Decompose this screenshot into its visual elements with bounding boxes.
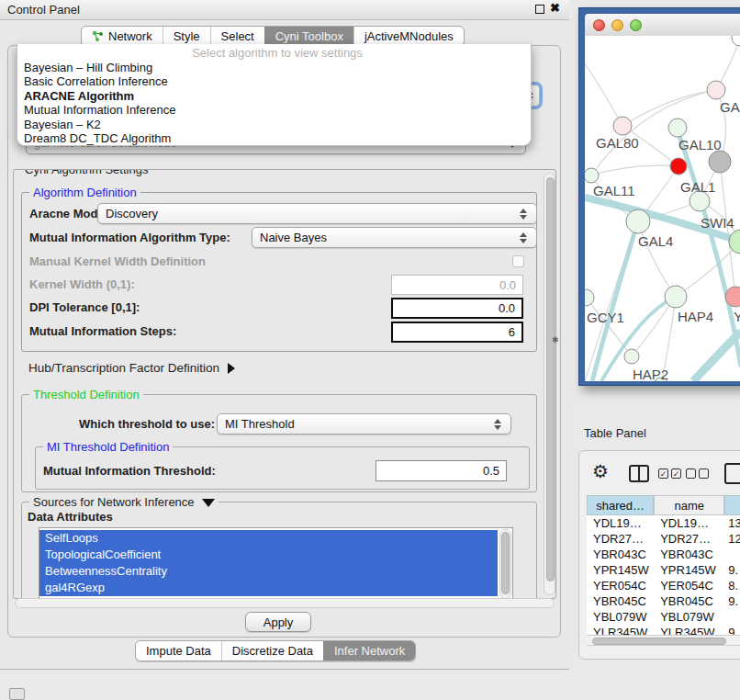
network-window: GAL GAL80 GAL10 GAL11 GAL1 SWI4 GAL4 GCY…: [578, 7, 740, 386]
disclosure-right-icon: [228, 363, 235, 374]
gear-icon[interactable]: ⚙: [592, 462, 609, 480]
hub-definition-disclosure[interactable]: Hub/Transcription Factor Definition: [28, 361, 235, 375]
table-horizontal-scrollbar[interactable]: [587, 635, 740, 646]
tab-infer-network[interactable]: Infer Network: [323, 641, 415, 660]
tab-network[interactable]: Network: [82, 27, 163, 46]
node-gal11[interactable]: [585, 168, 599, 183]
list-item[interactable]: TopologicalCoefficient: [39, 547, 498, 563]
tab-discretize-data[interactable]: Discretize Data: [221, 641, 323, 660]
disclosure-down-icon[interactable]: [202, 499, 215, 507]
network-icon: [92, 30, 104, 42]
node-hap2[interactable]: [624, 349, 639, 364]
mi-threshold-field[interactable]: 0.5: [376, 460, 507, 481]
panel-title: Control Panel: [7, 3, 80, 17]
table-body: YDL19… YDL19… 13 YDR27… YDR27… 12 YBR043…: [587, 515, 740, 646]
which-threshold-label: Which threshold to use:: [79, 417, 215, 431]
column-header-shared-name[interactable]: shared…: [587, 495, 654, 515]
list-item[interactable]: SelfLoops: [39, 530, 498, 547]
dropdown-item-selected[interactable]: ARACNE Algorithm: [17, 89, 531, 104]
dropdown-prompt: Select algorithm to view settings: [17, 44, 531, 61]
table-row[interactable]: YBL079W YBL079W: [587, 609, 740, 625]
sources-title: Sources for Network Inference: [29, 495, 219, 509]
table-row[interactable]: YDL19… YDL19… 13: [587, 515, 740, 531]
tab-cyni-toolbox[interactable]: Cyni Toolbox: [264, 27, 353, 46]
settings-vertical-scrollbar[interactable]: [544, 173, 555, 595]
node-partial-top[interactable]: [732, 36, 740, 46]
network-window-titlebar: [585, 14, 740, 36]
manual-kernel-label: Manual Kernel Width Definition: [29, 254, 206, 268]
node-swi4[interactable]: [729, 230, 740, 254]
splitter-handle-icon[interactable]: ✱: [552, 335, 559, 344]
node-label: GAL1: [680, 179, 715, 195]
minimize-traffic-light[interactable]: [611, 19, 623, 31]
node-label: GAL4: [638, 233, 673, 249]
export-table-icon[interactable]: [724, 463, 740, 484]
data-attributes-list[interactable]: SelfLoops TopologicalCoefficient Between…: [39, 527, 513, 599]
table-row[interactable]: YPR145W YPR145W 9.: [587, 562, 740, 578]
zoom-traffic-light[interactable]: [630, 19, 642, 31]
column-header-name[interactable]: name: [654, 495, 724, 515]
dpi-tolerance-field[interactable]: 0.0: [391, 298, 523, 319]
algorithm-definition-title: Algorithm Definition: [29, 186, 140, 199]
settings-horizontal-scrollbar[interactable]: [15, 598, 555, 608]
node-label: SWI4: [701, 215, 734, 231]
table-row[interactable]: YBR045C YBR045C 9.: [587, 593, 740, 609]
tab-select[interactable]: Select: [210, 27, 264, 46]
apply-button[interactable]: Apply: [245, 612, 311, 632]
node-label: HAP4: [678, 309, 713, 324]
dropdown-item[interactable]: Bayesian – K2: [17, 118, 531, 132]
which-threshold-combo[interactable]: MI Threshold: [217, 413, 511, 435]
node-gal-pink[interactable]: [707, 81, 725, 99]
table-row[interactable]: YBR043C YBR043C: [587, 547, 740, 562]
kernel-width-label: Kernel Width (0,1):: [29, 277, 135, 291]
mi-type-label: Mutual Information Algorithm Type:: [29, 231, 230, 244]
hide-columns-icon[interactable]: [686, 469, 709, 479]
threshold-definition-group: Threshold Definition Which threshold to …: [21, 394, 537, 492]
manual-kernel-checkbox[interactable]: [512, 255, 524, 267]
show-columns-icon[interactable]: ✓✓: [658, 469, 681, 479]
node-red[interactable]: [670, 158, 687, 175]
node-gal80[interactable]: [613, 117, 632, 135]
minimized-panel-icon[interactable]: [9, 688, 25, 700]
node-label: GAL11: [593, 183, 635, 198]
node-gal10[interactable]: [668, 119, 687, 137]
table-panel: ⚙ ✓✓ shared… name YDL19… YDL19… 13 YDR27…: [578, 450, 740, 660]
table-row[interactable]: YDR27… YDR27… 12: [587, 531, 740, 547]
cyni-algorithm-settings-group: Cyni Algorithm Settings Algorithm Defini…: [13, 169, 556, 599]
tab-style[interactable]: Style: [163, 27, 210, 46]
dropdown-item[interactable]: Bayesian – Hill Climbing: [17, 61, 531, 75]
aracne-mode-combo[interactable]: Discovery: [97, 203, 537, 224]
control-panel-window: Control Panel ✖ Network Style Select Cyn…: [0, 0, 569, 670]
node-gcy1[interactable]: [585, 289, 594, 306]
table-row[interactable]: YER054C YER054C 8.: [587, 578, 740, 593]
dpi-tolerance-label: DPI Tolerance [0,1]:: [29, 300, 140, 314]
dropdown-item[interactable]: Dream8 DC_TDC Algorithm: [17, 131, 531, 146]
algorithm-dropdown-popup: Select algorithm to view settings Bayesi…: [17, 44, 532, 146]
tab-impute-data[interactable]: Impute Data: [136, 641, 221, 660]
sources-group: Sources for Network Inference Data Attri…: [21, 502, 537, 599]
mi-threshold-group: MI Threshold Definition Mutual Informati…: [35, 446, 530, 490]
tab-jactivemnodules[interactable]: jActiveMNodules: [353, 27, 464, 46]
node-table: shared… name YDL19… YDL19… 13 YDR27… YDR…: [587, 495, 740, 646]
node-label: GAL10: [678, 137, 722, 152]
dropdown-item[interactable]: Basic Correlation Inference: [17, 74, 531, 89]
dropdown-item[interactable]: Mutual Information Inference: [17, 103, 531, 118]
list-scrollbar[interactable]: [499, 529, 511, 599]
node-gray[interactable]: [709, 151, 731, 173]
float-icon[interactable]: [535, 5, 544, 14]
network-canvas[interactable]: GAL GAL80 GAL10 GAL11 GAL1 SWI4 GAL4 GCY…: [585, 36, 740, 381]
node-gal4[interactable]: [626, 209, 650, 233]
close-traffic-light[interactable]: [593, 19, 605, 31]
mi-type-combo[interactable]: Naive Bayes: [252, 227, 537, 248]
split-panel-icon[interactable]: [629, 465, 649, 482]
data-attributes-label: Data Attributes: [28, 510, 113, 524]
close-icon[interactable]: ✖: [550, 1, 560, 15]
mi-steps-field[interactable]: 6: [391, 322, 523, 343]
list-item[interactable]: BetweennessCentrality: [39, 563, 498, 580]
node-hap4[interactable]: [665, 286, 687, 308]
algorithm-definition-group: Algorithm Definition Aracne Mode: Discov…: [21, 192, 537, 352]
column-header-partial[interactable]: [724, 495, 740, 515]
list-item[interactable]: gal4RGexp: [39, 580, 498, 596]
node-label: GCY1: [587, 310, 624, 325]
kernel-width-field[interactable]: 0.0: [391, 275, 523, 295]
